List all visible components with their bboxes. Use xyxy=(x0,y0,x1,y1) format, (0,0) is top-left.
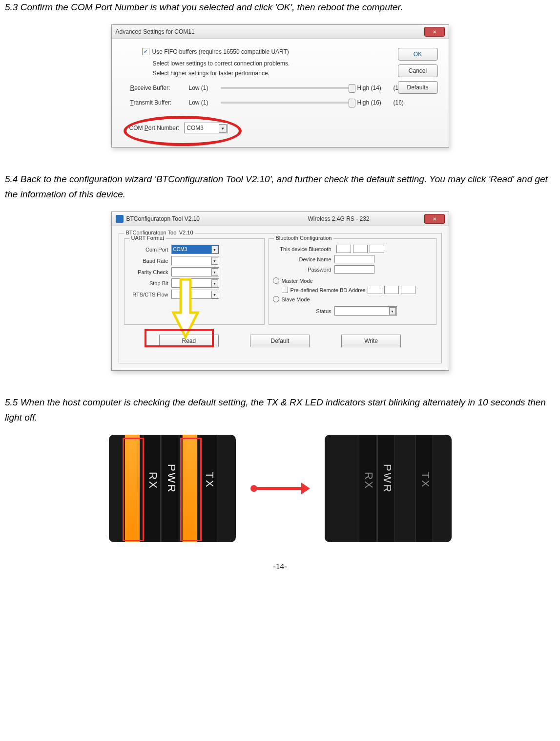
status-label: Status xyxy=(273,308,332,314)
bt-addr-2[interactable] xyxy=(353,245,368,253)
device-photo-on: RX PWR TX xyxy=(109,435,236,542)
parity-label: Parity Check xyxy=(128,269,168,275)
chevron-down-icon: ▼ xyxy=(211,257,218,265)
device-name-label: Device Name xyxy=(273,256,332,262)
this-device-label: This device Bluetooth xyxy=(273,246,332,252)
page-number: -14- xyxy=(5,562,555,572)
remote-addr-1[interactable] xyxy=(368,286,382,294)
chevron-down-icon: ▼ xyxy=(211,291,218,298)
transmit-slider[interactable] xyxy=(221,102,353,104)
receive-low-label: Low (1) xyxy=(189,85,216,91)
bt-addr-1[interactable] xyxy=(336,245,351,253)
slave-label: Slave Mode xyxy=(282,296,310,302)
transmit-high-label: High (16) xyxy=(357,99,387,106)
baud-label: Baud Rate xyxy=(128,258,168,264)
fifo-checkbox[interactable]: ✔ xyxy=(142,48,149,55)
ok-button[interactable]: OK xyxy=(398,48,438,61)
bt-addr-3[interactable] xyxy=(370,245,384,253)
password-input[interactable] xyxy=(334,265,374,274)
master-radio[interactable] xyxy=(273,277,279,284)
write-button[interactable]: Write xyxy=(341,335,401,347)
receive-high-label: High (14) xyxy=(357,85,387,91)
hint-2: Select higher settings for faster perfor… xyxy=(153,70,438,77)
transmit-low-label: Low (1) xyxy=(189,99,216,106)
predef-checkbox[interactable] xyxy=(282,287,288,293)
status-select[interactable]: ▼ xyxy=(334,306,397,316)
arrow-right-icon xyxy=(250,483,310,494)
advanced-settings-dialog: Advanced Settings for COM11 ✕ OK Cancel … xyxy=(111,24,449,148)
stop-label: Stop Bit xyxy=(128,280,168,286)
com-port-number-label: COM Port Number: xyxy=(129,125,180,131)
master-label: Master Mode xyxy=(282,278,313,284)
app-title: BTConfiguratopn Tool V2.10 xyxy=(126,215,253,222)
password-label: Password xyxy=(273,267,332,273)
read-button[interactable]: Read xyxy=(159,335,219,347)
hint-1: Select lower settings to correct connect… xyxy=(153,60,438,67)
uart-legend: UART Format xyxy=(129,235,166,241)
transmit-value: (16) xyxy=(394,99,404,106)
dialog-title: Advanced Settings for COM11 xyxy=(116,28,424,35)
chevron-down-icon: ▼ xyxy=(389,307,396,315)
step-5-4-text: 5.4 Back to the configuration wizard 'BT… xyxy=(5,172,555,202)
stop-select[interactable]: ▼ xyxy=(171,278,219,288)
slave-radio[interactable] xyxy=(273,296,279,302)
flow-label: RTS/CTS Flow xyxy=(128,292,168,297)
remote-addr-3[interactable] xyxy=(401,286,415,294)
parity-select[interactable]: ▼ xyxy=(171,267,219,276)
step-5-5-text: 5.5 When the host computer is checking t… xyxy=(5,395,555,425)
flow-select[interactable]: ▼ xyxy=(171,290,219,299)
bt-legend: Bluetooth Configuration xyxy=(274,235,334,241)
app-subtitle: Wireless 2.4G RS - 232 xyxy=(253,215,424,222)
predef-label: Pre-defined Remote BD Addres xyxy=(290,287,366,293)
com-port-label: Com Port xyxy=(128,247,168,253)
app-icon xyxy=(116,215,124,223)
device-photo-off: RX PWR TX xyxy=(325,435,452,542)
close-icon[interactable]: ✕ xyxy=(424,27,445,37)
chevron-down-icon: ▼ xyxy=(211,279,218,287)
transmit-buffer-label: Transmit Buffer: xyxy=(130,99,189,106)
cancel-button[interactable]: Cancel xyxy=(398,64,438,77)
defaults-button[interactable]: Defaults xyxy=(398,81,438,94)
step-5-3-text: 5.3 Confirm the COM Port Number is what … xyxy=(5,0,555,15)
fifo-label: Use FIFO buffers (requires 16550 compati… xyxy=(152,48,289,55)
receive-buffer-label: Receive Buffer: xyxy=(130,85,189,91)
device-name-input[interactable] xyxy=(334,255,374,263)
close-icon[interactable]: ✕ xyxy=(424,214,445,224)
chevron-down-icon: ▼ xyxy=(219,124,227,133)
chevron-down-icon: ▼ xyxy=(211,268,218,276)
receive-slider[interactable] xyxy=(221,87,353,89)
btconfig-window: BTConfiguratopn Tool V2.10 Wireless 2.4G… xyxy=(111,212,449,371)
com-port-select[interactable]: COM3 ▼ xyxy=(184,123,228,133)
remote-addr-2[interactable] xyxy=(384,286,399,294)
chevron-down-icon: ▼ xyxy=(211,246,218,254)
default-button[interactable]: Default xyxy=(250,335,310,347)
com-port-select-2[interactable]: COM3▼ xyxy=(171,245,219,254)
baud-select[interactable]: ▼ xyxy=(171,256,219,265)
